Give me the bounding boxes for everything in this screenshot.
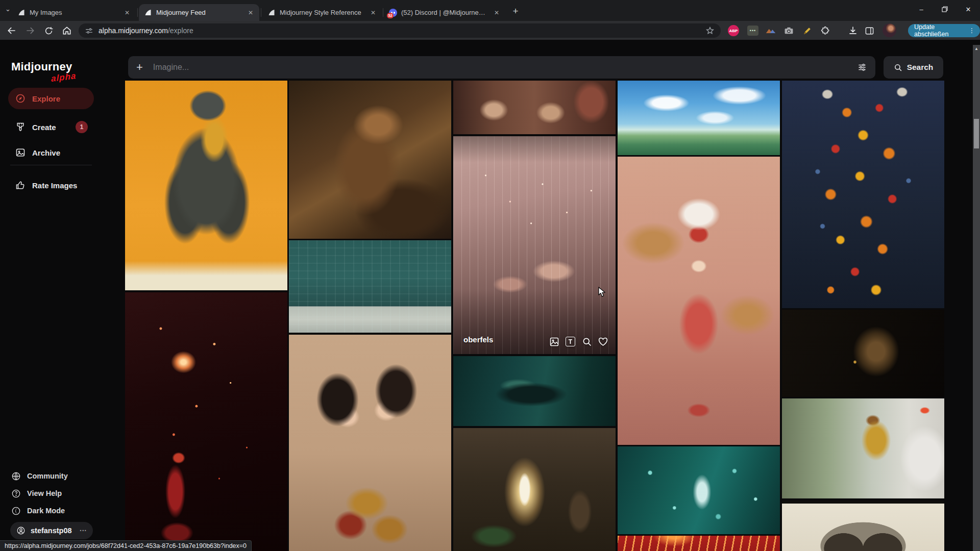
sidebar-item-rate-images[interactable]: Rate Images xyxy=(8,174,94,196)
image-tile-gold-face[interactable] xyxy=(782,310,944,397)
update-browser-button[interactable]: Update abschließen ⋮ xyxy=(908,24,980,37)
filters-icon[interactable] xyxy=(857,62,867,72)
sidebar: Midjourney alpha Explore Create 1 Archiv… xyxy=(0,40,125,551)
adblock-extension-icon[interactable]: ABP xyxy=(728,25,739,36)
user-avatar-icon xyxy=(16,526,26,535)
moon-icon xyxy=(11,506,21,516)
window-restore-button[interactable] xyxy=(933,0,957,18)
window-minimize-button[interactable]: – xyxy=(910,0,933,18)
tab-search-chevron-icon[interactable]: ⌄ xyxy=(5,5,11,13)
midjourney-favicon xyxy=(17,9,26,17)
sidebar-divider xyxy=(10,165,92,165)
address-bar[interactable]: alpha.midjourney.com/explore xyxy=(79,23,721,38)
browser-toolbar: alpha.midjourney.com/explore ABP ••• Upd… xyxy=(0,21,980,40)
midjourney-favicon xyxy=(144,9,152,17)
close-tab-icon[interactable]: ✕ xyxy=(369,8,378,17)
use-image-icon[interactable] xyxy=(549,336,559,347)
midjourney-logo[interactable]: Midjourney xyxy=(11,60,72,73)
search-button[interactable]: Search xyxy=(884,56,943,79)
image-tile-red-banner[interactable] xyxy=(618,536,780,551)
url-text: alpha.midjourney.com/explore xyxy=(99,27,705,35)
window-close-button[interactable]: ✕ xyxy=(957,0,980,18)
tab-my-images[interactable]: My Images ✕ xyxy=(12,4,136,21)
image-tile-vintage-frame[interactable] xyxy=(782,500,944,551)
image-tile-women-gifts[interactable] xyxy=(289,335,451,551)
close-tab-icon[interactable]: ✕ xyxy=(246,8,255,17)
image-tile-ev-charging[interactable] xyxy=(782,398,944,498)
image-tile-firework-girl[interactable] xyxy=(125,292,287,551)
image-tile-teal-hourglass[interactable] xyxy=(618,446,780,534)
imagine-bar[interactable]: + xyxy=(128,56,875,79)
image-tile-mary-shrine[interactable] xyxy=(453,428,616,551)
image-tile-dragon-girl[interactable] xyxy=(618,157,780,445)
image-tile-bronze-sculpture[interactable] xyxy=(289,81,451,239)
close-tab-icon[interactable]: ✕ xyxy=(122,8,132,17)
create-count-badge: 1 xyxy=(76,121,88,133)
mouse-cursor xyxy=(598,287,607,298)
question-icon xyxy=(11,489,21,498)
imagine-input[interactable] xyxy=(152,62,857,72)
image-tile-teal-chalkboard[interactable] xyxy=(289,240,451,333)
midjourney-favicon xyxy=(267,9,276,17)
browser-window: oberfels T Midjourney alpha Explore xyxy=(0,0,980,551)
pen-extension-icon[interactable] xyxy=(801,24,813,37)
close-tab-icon[interactable]: ✕ xyxy=(492,8,501,17)
brush-icon xyxy=(15,122,26,132)
image-tile-elephant-warrior[interactable] xyxy=(125,81,287,290)
sidebar-item-dark-mode[interactable]: Dark Mode xyxy=(11,503,65,518)
tab-style-reference[interactable]: Midjourney Style Reference ✕ xyxy=(262,4,382,21)
username-label: stefanstp08 xyxy=(31,527,75,535)
browser-menu-kebab-icon[interactable]: ⋮ xyxy=(969,27,975,34)
new-tab-button[interactable]: + xyxy=(508,4,523,18)
downloads-icon[interactable] xyxy=(847,24,859,37)
reload-button[interactable] xyxy=(41,23,56,38)
image-tile-teal-ship[interactable] xyxy=(453,356,616,426)
mountain-extension-icon[interactable] xyxy=(765,24,777,37)
discord-favicon: 52 xyxy=(389,9,397,17)
use-prompt-icon[interactable]: T xyxy=(565,336,576,347)
sidebar-item-explore[interactable]: Explore xyxy=(8,88,94,109)
forward-button[interactable] xyxy=(22,23,38,38)
dots-extension-icon[interactable]: ••• xyxy=(747,26,758,36)
back-button[interactable] xyxy=(4,23,19,38)
site-settings-icon[interactable] xyxy=(85,27,93,35)
status-bar-link-preview: https://alpha.midjourney.com/jobs/68f72d… xyxy=(0,540,252,551)
thumbs-up-icon xyxy=(15,180,26,190)
page-scrollbar-thumb[interactable] xyxy=(974,119,979,148)
tile-author-link[interactable]: oberfels xyxy=(463,335,493,344)
image-tile-diorama-ruins[interactable] xyxy=(453,81,616,134)
tab-separator xyxy=(261,8,261,17)
sidebar-item-view-help[interactable]: View Help xyxy=(11,486,62,501)
add-image-icon[interactable]: + xyxy=(136,61,143,74)
hovered-tile-overlay[interactable]: oberfels T xyxy=(453,136,616,354)
extensions-puzzle-icon[interactable] xyxy=(819,24,831,37)
sidebar-item-archive[interactable]: Archive xyxy=(8,142,94,163)
user-account-button[interactable]: stefanstp08 ··· xyxy=(10,522,93,539)
image-tile-sky-valley[interactable] xyxy=(618,81,780,155)
tab-strip: ⌄ My Images ✕ Midjourney Feed ✕ Midjourn… xyxy=(0,0,980,21)
user-more-icon[interactable]: ··· xyxy=(80,527,87,535)
window-controls: – ✕ xyxy=(910,0,980,18)
browser-profile-avatar[interactable] xyxy=(883,23,896,37)
side-panel-icon[interactable] xyxy=(863,24,875,37)
scrollbar-up-arrow[interactable]: ▲ xyxy=(973,45,980,52)
tab-discord[interactable]: 52 (52) Discord | @Midjourney Bot ✕ xyxy=(384,4,505,21)
search-icon xyxy=(894,63,902,72)
globe-icon xyxy=(11,471,21,481)
image-tile-floral-skeleton[interactable] xyxy=(782,81,944,308)
home-button[interactable] xyxy=(59,23,75,38)
compass-icon xyxy=(15,93,26,104)
tab-separator xyxy=(383,8,383,17)
zoom-search-icon[interactable] xyxy=(581,336,592,347)
sidebar-item-community[interactable]: Community xyxy=(11,468,68,484)
tab-midjourney-feed[interactable]: Midjourney Feed ✕ xyxy=(139,4,259,21)
image-icon xyxy=(15,147,26,158)
camera-extension-icon[interactable] xyxy=(782,24,795,37)
like-heart-icon[interactable] xyxy=(598,336,608,347)
tab-separator xyxy=(137,8,138,17)
bookmark-star-icon[interactable] xyxy=(705,26,715,35)
discord-unread-badge: 52 xyxy=(387,13,394,18)
